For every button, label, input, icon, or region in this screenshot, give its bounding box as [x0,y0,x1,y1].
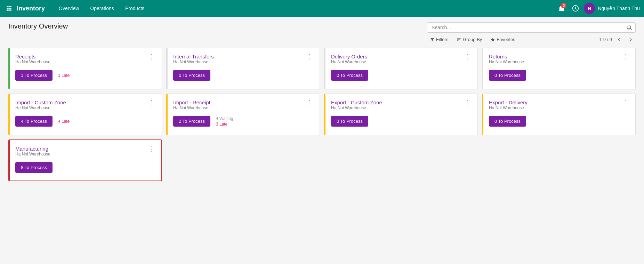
card-subtitle: Ha Noi Warehouse [489,59,524,64]
pagination: 1-9 / 9 [599,36,636,43]
card-title: Export - Custom Zone [331,99,382,105]
page-title: Inventory Overview [8,22,68,30]
group-by-label: Group By [463,37,482,42]
card-menu-button[interactable]: ⋮ [305,99,314,106]
card-late-stat: 1 Late [58,73,70,78]
nav-operations[interactable]: Operations [84,0,119,17]
process-button[interactable]: 0 To Process [331,116,368,127]
card-menu-button[interactable]: ⋮ [305,54,314,60]
card-body: 0 To Process [331,116,472,127]
app-brand[interactable]: Inventory [17,5,45,12]
card-manufacturing[interactable]: Manufacturing Ha Noi Warehouse ⋮ 8 To Pr… [8,139,162,181]
filters-button[interactable]: Filters [427,35,451,43]
card-body: 8 To Process [15,162,156,173]
process-button[interactable]: 0 To Process [489,70,526,81]
card-body: 0 To Process [489,70,630,81]
card-subtitle: Ha Noi Warehouse [331,105,382,110]
top-navigation: Inventory Overview Operations Products 2… [0,0,644,17]
card-header: Manufacturing Ha Noi Warehouse ⋮ [15,146,156,161]
card-body: 0 To Process [173,70,314,81]
favorites-button[interactable]: Favorites [488,35,518,43]
card-receipts[interactable]: Receipts Ha Noi Warehouse ⋮ 1 To Process… [8,48,162,89]
card-header: Export - Delivery Ha Noi Warehouse ⋮ [489,99,630,114]
card-header: Export - Custom Zone Ha Noi Warehouse ⋮ [331,99,472,114]
filters-label: Filters [436,37,448,42]
clock-icon[interactable] [570,3,581,14]
card-header: Import - Custom Zone Ha Noi Warehouse ⋮ [15,99,156,114]
card-subtitle: Ha Noi Warehouse [173,105,210,110]
card-stats: 4 Waiting3 Late [216,116,233,127]
card-title: Receipts [15,54,50,59]
card-title: Import - Custom Zone [15,99,66,105]
process-button[interactable]: 1 To Process [15,70,53,81]
card-import-custom-zone[interactable]: Import - Custom Zone Ha Noi Warehouse ⋮ … [8,94,162,135]
user-name[interactable]: Nguyễn Thanh Thu [598,6,640,11]
card-late-stat: 3 Late [216,122,233,127]
card-header: Internal Transfers Ha Noi Warehouse ⋮ [173,54,314,69]
process-button[interactable]: 0 To Process [173,70,210,81]
card-body: 1 To Process 1 Late [15,70,156,81]
card-header: Receipts Ha Noi Warehouse ⋮ [15,54,156,69]
search-input[interactable] [430,24,626,31]
process-button[interactable]: 8 To Process [15,162,53,173]
search-bar-container: Filters Group By Favorites 1-9 / 9 [427,22,636,43]
pagination-text: 1-9 / 9 [599,37,612,42]
card-waiting-stat: 4 Waiting [216,116,233,121]
card-header: Returns Ha Noi Warehouse ⋮ [489,54,630,69]
notification-badge: 2 [561,3,566,8]
nav-overview[interactable]: Overview [53,0,84,17]
apps-icon[interactable] [4,3,14,13]
process-button[interactable]: 0 To Process [489,116,526,127]
favorites-label: Favorites [497,37,515,42]
card-menu-button[interactable]: ⋮ [147,54,156,60]
card-internal-transfers[interactable]: Internal Transfers Ha Noi Warehouse ⋮ 0 … [166,48,320,89]
card-late-stat: 4 Late [58,119,70,124]
card-subtitle: Ha Noi Warehouse [173,59,214,64]
filter-row: Filters Group By Favorites 1-9 / 9 [427,35,636,43]
card-subtitle: Ha Noi Warehouse [15,59,50,64]
card-body: 0 To Process [489,116,630,127]
card-delivery-orders[interactable]: Delivery Orders Ha Noi Warehouse ⋮ 0 To … [324,48,478,89]
card-subtitle: Ha Noi Warehouse [15,152,50,157]
card-title: Internal Transfers [173,54,214,59]
avatar[interactable]: N [584,3,595,14]
card-menu-button[interactable]: ⋮ [621,54,630,60]
card-title: Import - Receipt [173,99,210,105]
group-by-button[interactable]: Group By [454,35,485,43]
card-menu-button[interactable]: ⋮ [463,99,472,106]
card-returns[interactable]: Returns Ha Noi Warehouse ⋮ 0 To Process [482,48,636,89]
card-export-delivery[interactable]: Export - Delivery Ha Noi Warehouse ⋮ 0 T… [482,94,636,135]
process-button[interactable]: 0 To Process [331,70,368,81]
card-stats: 1 Late [58,73,70,78]
card-header: Import - Receipt Ha Noi Warehouse ⋮ [173,99,314,114]
card-export-custom-zone[interactable]: Export - Custom Zone Ha Noi Warehouse ⋮ … [324,94,478,135]
pagination-prev[interactable] [614,36,624,43]
card-body: 0 To Process [331,70,472,81]
search-button[interactable] [626,24,633,31]
card-stats: 4 Late [58,119,70,124]
card-body: 2 To Process 4 Waiting3 Late [173,116,314,127]
card-menu-button[interactable]: ⋮ [621,99,630,106]
nav-products[interactable]: Products [120,0,150,17]
card-menu-button[interactable]: ⋮ [147,99,156,106]
page-header: Inventory Overview Filters Group By [8,22,636,43]
main-content: Inventory Overview Filters Group By [0,17,644,187]
search-input-wrap [427,22,636,33]
pagination-next[interactable] [626,36,636,43]
card-title: Manufacturing [15,146,50,152]
card-subtitle: Ha Noi Warehouse [489,105,528,110]
card-title: Returns [489,54,524,59]
card-import-receipt[interactable]: Import - Receipt Ha Noi Warehouse ⋮ 2 To… [166,94,320,135]
notification-icon[interactable]: 2 [556,3,567,14]
process-button[interactable]: 2 To Process [173,116,210,127]
nav-menu: Overview Operations Products [53,0,553,17]
cards-grid: Receipts Ha Noi Warehouse ⋮ 1 To Process… [8,48,636,181]
card-menu-button[interactable]: ⋮ [147,146,156,152]
card-title: Export - Delivery [489,99,528,105]
filter-buttons: Filters Group By Favorites [427,35,518,43]
card-subtitle: Ha Noi Warehouse [331,59,367,64]
card-title: Delivery Orders [331,54,367,59]
process-button[interactable]: 4 To Process [15,116,53,127]
card-menu-button[interactable]: ⋮ [463,54,472,60]
card-body: 4 To Process 4 Late [15,116,156,127]
